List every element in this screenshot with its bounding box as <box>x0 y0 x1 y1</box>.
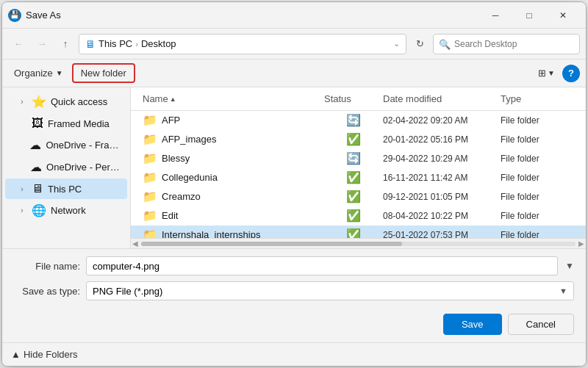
filetype-label: Save as type: <box>14 286 80 297</box>
expand-arrow: › <box>17 98 27 106</box>
organize-button[interactable]: Organize ▼ <box>8 65 69 82</box>
cancel-button[interactable]: Cancel <box>508 314 574 335</box>
table-row[interactable]: 📁 Creamzo ✅ 09-12-2021 01:05 PM File fol… <box>131 187 586 206</box>
status-icon: 🔄 <box>346 151 361 165</box>
path-dropdown-arrow[interactable]: ⌄ <box>393 39 400 48</box>
organize-label: Organize <box>14 68 53 79</box>
sidebar-item-onedrive-personal[interactable]: ☁ OneDrive - Personal <box>5 156 127 178</box>
up-button[interactable]: ↑ <box>55 34 76 54</box>
sidebar-item-onedrive-framed[interactable]: ☁ OneDrive - Framed M <box>5 134 127 156</box>
minimize-button[interactable]: ─ <box>478 4 512 27</box>
file-name-text: AFP <box>162 115 180 126</box>
sidebar-label: Quick access <box>51 96 107 107</box>
help-button[interactable]: ? <box>562 65 580 82</box>
file-name-text: Internshala_internships <box>162 229 260 238</box>
sidebar-icon: 🖼 <box>32 117 43 130</box>
filetype-row: Save as type: PNG File (*.png) ▼ <box>14 281 574 300</box>
back-button[interactable]: ← <box>8 34 29 54</box>
file-type: File folder <box>501 154 574 164</box>
file-name: 📁 Edit <box>143 209 324 223</box>
folder-icon: 📁 <box>143 132 157 146</box>
table-row[interactable]: 📁 AFP 🔄 02-04-2022 09:20 AM File folder <box>131 111 586 130</box>
col-status-header[interactable]: Status <box>324 90 383 107</box>
sidebar-icon: 🌐 <box>32 203 46 217</box>
scrollbar-track <box>141 242 576 246</box>
file-status: ✅ <box>324 132 383 146</box>
table-row[interactable]: 📁 Collegedunia ✅ 16-11-2021 11:42 AM Fil… <box>131 168 586 187</box>
refresh-button[interactable]: ↻ <box>409 34 430 54</box>
sidebar-icon: 🖥 <box>32 182 43 195</box>
footer-bar: ▲ Hide Folders <box>2 342 586 366</box>
table-row[interactable]: 📁 Blessy 🔄 29-04-2022 10:29 AM File fold… <box>131 149 586 168</box>
filetype-value: PNG File (*.png) <box>93 286 162 297</box>
file-type: File folder <box>501 115 574 126</box>
dialog-title: Save As <box>26 10 478 21</box>
folder-icon: 📁 <box>143 113 157 127</box>
expand-arrow: › <box>17 185 27 193</box>
file-status: 🔄 <box>324 151 383 165</box>
path-separator: › <box>135 40 138 48</box>
col-type-header[interactable]: Type <box>501 90 574 107</box>
new-folder-button[interactable]: New folder <box>72 63 135 83</box>
sidebar-label: OneDrive - Personal <box>46 162 121 173</box>
path-desktop: Desktop <box>141 38 176 49</box>
file-status: ✅ <box>324 190 383 203</box>
table-row[interactable]: 📁 Internshala_internships ✅ 25-01-2022 0… <box>131 226 586 238</box>
sidebar-item-framed-media[interactable]: 🖼 Framed Media <box>5 113 127 134</box>
hide-folders-button[interactable]: ▲ Hide Folders <box>11 349 78 360</box>
toolbar: Organize ▼ New folder ⊞ ▼ ? <box>2 59 586 87</box>
view-button[interactable]: ⊞ ▼ <box>534 65 559 82</box>
col-date-header[interactable]: Date modified <box>383 90 501 107</box>
sidebar-label: Framed Media <box>48 118 110 129</box>
view-dropdown-icon: ▼ <box>548 69 555 77</box>
sidebar-icon: ☁ <box>29 138 41 152</box>
sidebar-icon: ⭐ <box>32 95 46 109</box>
sidebar-label: OneDrive - Framed M <box>46 140 121 151</box>
file-type: File folder <box>501 173 574 183</box>
filename-label: File name: <box>14 261 80 272</box>
file-type: File folder <box>501 211 574 221</box>
hide-folders-arrow: ▲ <box>11 349 21 360</box>
maximize-button[interactable]: □ <box>512 4 546 27</box>
file-name: 📁 Creamzo <box>143 190 324 203</box>
scrollbar-thumb[interactable] <box>141 242 402 246</box>
file-name: 📁 Blessy <box>143 151 324 165</box>
table-row[interactable]: 📁 Edit ✅ 08-04-2022 10:22 PM File folder <box>131 206 586 226</box>
file-name-text: Edit <box>162 210 178 221</box>
filename-input[interactable] <box>86 256 558 275</box>
filename-row: File name: ▼ <box>14 256 574 275</box>
title-bar: 💾 Save As ─ □ ✕ <box>2 2 586 29</box>
folder-icon: 📁 <box>143 151 157 165</box>
save-button[interactable]: Save <box>443 314 502 335</box>
file-date: 08-04-2022 10:22 PM <box>383 211 501 221</box>
sidebar-item-network[interactable]: › 🌐 Network <box>5 200 127 221</box>
col-name-header[interactable]: Name ▲ <box>143 90 324 107</box>
table-row[interactable]: 📁 AFP_images ✅ 20-01-2022 05:16 PM File … <box>131 130 586 149</box>
help-label: ? <box>568 68 574 79</box>
path-pc-icon: 🖥 <box>85 38 96 50</box>
folder-icon: 📁 <box>143 209 157 223</box>
forward-button[interactable]: → <box>32 34 52 54</box>
expand-arrow: › <box>17 206 27 214</box>
dialog-icon: 💾 <box>8 9 21 22</box>
action-row: Save Cancel <box>14 306 574 335</box>
status-icon: ✅ <box>346 132 361 146</box>
sidebar-item-quick-access[interactable]: › ⭐ Quick access <box>5 91 127 112</box>
status-icon: ✅ <box>346 190 361 203</box>
filetype-select[interactable]: PNG File (*.png) ▼ <box>86 281 574 300</box>
file-name: 📁 Collegedunia <box>143 170 324 184</box>
new-folder-label: New folder <box>81 68 126 79</box>
file-date: 29-04-2022 10:29 AM <box>383 154 501 164</box>
status-icon: 🔄 <box>346 113 361 127</box>
filename-dropdown-arrow[interactable]: ▼ <box>565 261 574 271</box>
sidebar-item-this-pc[interactable]: › 🖥 This PC <box>5 178 127 199</box>
file-status: ✅ <box>324 228 383 238</box>
horizontal-scrollbar[interactable]: ◀ ▶ <box>131 238 586 248</box>
search-input[interactable] <box>433 34 580 54</box>
file-date: 09-12-2021 01:05 PM <box>383 192 501 202</box>
file-name-text: Creamzo <box>162 191 201 202</box>
close-button[interactable]: ✕ <box>546 4 580 27</box>
status-icon: ✅ <box>346 228 361 238</box>
sidebar: › ⭐ Quick access 🖼 Framed Media ☁ OneDri… <box>2 87 131 248</box>
address-path[interactable]: 🖥 This PC › Desktop ⌄ <box>79 34 406 54</box>
